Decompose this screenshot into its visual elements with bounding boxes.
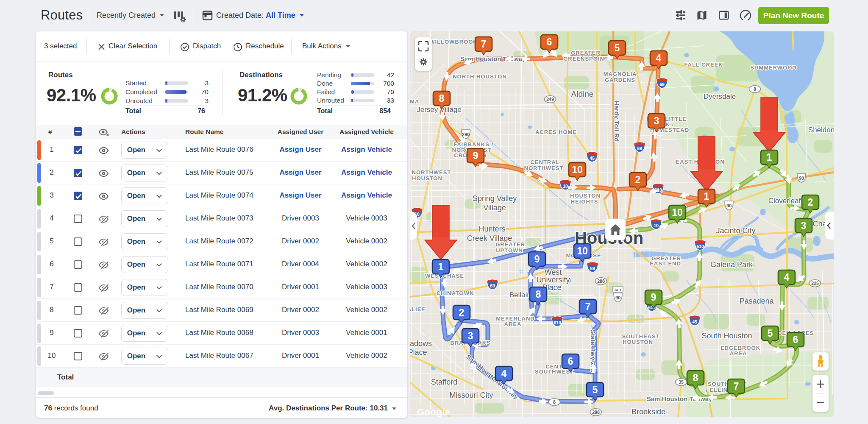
svg-text:SUMMERWOOD: SUMMERWOOD: [750, 64, 796, 71]
svg-text:9: 9: [534, 254, 540, 265]
svg-text:ACRES HOME: ACRES HOME: [535, 129, 577, 135]
svg-text:HOUSTON: HOUSTON: [623, 339, 653, 345]
svg-text:FALL CREEK: FALL CREEK: [684, 61, 723, 68]
svg-text:6: 6: [547, 36, 552, 47]
svg-text:8: 8: [693, 372, 698, 383]
svg-text:8: 8: [439, 93, 445, 104]
svg-text:288: 288: [597, 279, 605, 284]
svg-text:AREA: AREA: [504, 321, 522, 327]
svg-text:3: 3: [654, 115, 659, 126]
svg-text:69: 69: [637, 146, 642, 151]
svg-text:90: 90: [615, 295, 620, 300]
svg-text:CHINATOWN: CHINATOWN: [437, 290, 474, 296]
svg-text:South Houston: South Houston: [701, 332, 752, 340]
svg-text:4: 4: [784, 272, 790, 283]
svg-text:8: 8: [754, 86, 756, 92]
svg-text:249: 249: [546, 97, 554, 102]
svg-text:3: 3: [468, 330, 473, 341]
svg-text:Dyersdale: Dyersdale: [704, 92, 736, 100]
svg-text:69: 69: [490, 283, 495, 288]
svg-text:1: 1: [438, 261, 444, 272]
svg-text:Cloverleaf: Cloverleaf: [768, 197, 801, 205]
svg-text:45: 45: [692, 319, 697, 324]
svg-text:Pasadena: Pasadena: [739, 297, 774, 305]
svg-text:8: 8: [553, 399, 556, 404]
svg-text:Hardy Toll Rd: Hardy Toll Rd: [613, 101, 620, 142]
svg-text:10: 10: [563, 184, 568, 189]
svg-text:HEIGHTS: HEIGHTS: [571, 198, 598, 205]
svg-text:8: 8: [536, 289, 541, 300]
svg-text:6: 6: [568, 356, 573, 367]
svg-text:90: 90: [726, 203, 732, 208]
svg-text:7: 7: [585, 301, 591, 312]
svg-text:3: 3: [801, 220, 807, 231]
svg-text:Village: Village: [483, 204, 506, 212]
svg-text:SOUTHWEST: SOUTHWEST: [535, 368, 574, 375]
svg-text:10: 10: [572, 164, 583, 175]
svg-text:WILLOWBROOK: WILLOWBROOK: [429, 39, 478, 45]
svg-text:Missouri City: Missouri City: [449, 391, 493, 399]
svg-text:2: 2: [635, 174, 641, 185]
svg-text:Spring Valley: Spring Valley: [473, 194, 517, 203]
svg-text:4: 4: [656, 53, 662, 64]
svg-text:9: 9: [473, 150, 479, 161]
svg-text:2: 2: [808, 197, 813, 208]
svg-text:10: 10: [577, 245, 588, 257]
svg-text:Stafford: Stafford: [431, 378, 458, 386]
svg-text:5: 5: [768, 328, 773, 339]
svg-text:4: 4: [501, 368, 507, 379]
svg-text:Google: Google: [417, 407, 451, 417]
svg-text:45: 45: [590, 156, 595, 161]
svg-text:AREA: AREA: [730, 350, 747, 357]
svg-text:HOUSTON: HOUSTON: [412, 175, 442, 181]
svg-text:MAGNOLIA: MAGNOLIA: [604, 71, 637, 77]
svg-text:NORTH HOUSTON: NORTH HOUSTON: [453, 73, 507, 80]
svg-text:GREENSPOINT: GREENSPOINT: [563, 56, 608, 62]
svg-text:1: 1: [767, 152, 772, 163]
svg-text:UPTOWN: UPTOWN: [496, 247, 523, 254]
svg-text:69: 69: [659, 82, 665, 87]
svg-text:GREATER: GREATER: [571, 50, 601, 56]
svg-text:7: 7: [734, 381, 739, 392]
svg-text:225: 225: [811, 281, 819, 286]
svg-text:ALT: ALT: [614, 287, 622, 292]
svg-text:35: 35: [679, 379, 684, 385]
svg-text:Sam Houston Tollway: Sam Houston Tollway: [647, 395, 712, 402]
svg-text:90: 90: [799, 176, 804, 181]
svg-text:610: 610: [554, 320, 561, 325]
svg-text:7: 7: [481, 39, 487, 50]
svg-text:Village: Village: [636, 416, 659, 417]
svg-text:Jersey Village: Jersey Village: [417, 106, 462, 114]
svg-text:9: 9: [651, 292, 657, 303]
svg-text:Galena Park: Galena Park: [710, 260, 753, 269]
svg-text:Hunters: Hunters: [479, 225, 505, 233]
svg-text:HOUSTON: HOUSTON: [570, 192, 601, 199]
svg-text:290: 290: [462, 132, 470, 137]
svg-text:10: 10: [654, 223, 659, 228]
svg-text:West: West: [545, 268, 562, 276]
svg-text:610: 610: [696, 244, 704, 249]
svg-text:10: 10: [672, 207, 683, 218]
svg-text:Jacinto City: Jacinto City: [716, 226, 755, 235]
svg-text:GREATER: GREATER: [495, 241, 525, 248]
svg-text:Aldine: Aldine: [571, 89, 594, 98]
svg-text:NORTHWEST: NORTHWEST: [412, 169, 451, 176]
svg-text:6: 6: [793, 334, 798, 345]
svg-text:Brookside: Brookside: [632, 407, 665, 416]
svg-text:MA: MA: [410, 98, 419, 105]
svg-text:1: 1: [704, 191, 709, 202]
svg-text:5: 5: [593, 384, 598, 395]
svg-text:NORTHWEST: NORTHWEST: [524, 165, 564, 171]
svg-text:69: 69: [590, 266, 595, 271]
svg-text:Place: Place: [410, 348, 427, 357]
svg-text:CENTRAL: CENTRAL: [530, 159, 559, 165]
svg-text:EAST END: EAST END: [650, 260, 681, 267]
svg-text:ALIEF: ALIEF: [410, 306, 425, 312]
svg-text:5: 5: [615, 42, 620, 53]
svg-text:Sheldon: Sheldon: [808, 126, 834, 134]
svg-text:eadows: eadows: [410, 339, 432, 348]
svg-text:University: University: [536, 276, 570, 284]
svg-text:2: 2: [459, 307, 465, 318]
svg-text:288: 288: [592, 410, 600, 415]
svg-text:GARDENS: GARDENS: [605, 77, 635, 83]
